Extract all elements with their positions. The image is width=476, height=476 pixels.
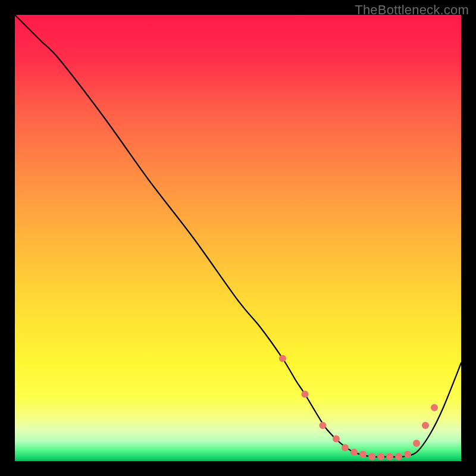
marker-dot [431,404,438,411]
marker-dot [302,391,309,398]
marker-dot [386,453,393,461]
marker-dot [320,422,327,429]
chart-frame: TheBottleneck.com [0,0,476,476]
marker-dot [333,436,340,443]
marker-dot [413,440,420,447]
marker-dot [395,453,402,461]
marker-dot [350,449,358,456]
marker-dot [377,453,384,461]
chart-svg [15,15,461,461]
plot-area [15,15,461,461]
marker-dot [359,451,367,458]
marker-dot [368,453,375,461]
marker-dot [279,355,286,362]
marker-dot [404,451,411,458]
heatmap-background [15,15,461,461]
marker-dot [422,422,429,429]
marker-dot [342,444,349,452]
